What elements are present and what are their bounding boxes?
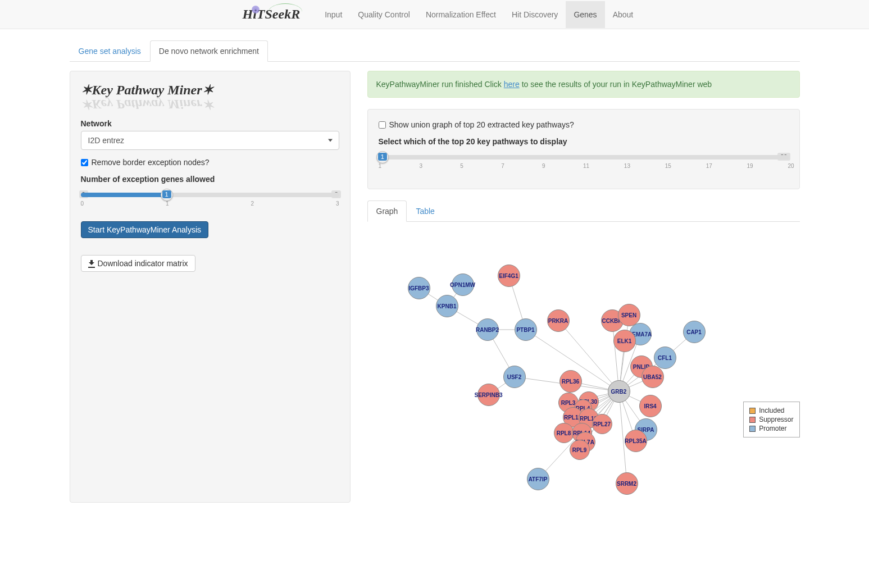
node-serpinb3[interactable]: SERPINB3: [477, 384, 500, 406]
nav-genes[interactable]: Genes: [566, 1, 604, 28]
tab-gene-set-analysis[interactable]: Gene set analysis: [70, 40, 150, 62]
node-elk1[interactable]: ELK1: [613, 330, 636, 352]
node-prkra[interactable]: PRKRA: [547, 309, 570, 332]
node-rpl8[interactable]: RPL8: [554, 423, 574, 443]
nav-normalization-effect[interactable]: Normalization Effect: [418, 1, 504, 28]
nav-input[interactable]: Input: [317, 1, 350, 28]
node-rpl35a[interactable]: RPL35A: [625, 430, 647, 452]
graph-legend: Included Suppressor Promoter: [743, 402, 799, 437]
node-srrm2[interactable]: SRRM2: [616, 472, 638, 495]
remove-border-checkbox[interactable]: [81, 159, 88, 166]
node-cfl1[interactable]: CFL1: [654, 347, 676, 369]
tab-table[interactable]: Table: [407, 200, 443, 222]
network-label: Network: [81, 119, 339, 128]
network-graph[interactable]: Included Suppressor Promoter IGFBP3OPN1M…: [367, 222, 800, 503]
nav-quality-control[interactable]: Quality Control: [350, 1, 418, 28]
sub-tabs: Gene set analysis De novo network enrich…: [70, 40, 800, 62]
nav-about[interactable]: About: [605, 1, 641, 28]
kpm-config-panel: ✶Key Pathway Miner✶ ✶Key Pathway Miner✶ …: [70, 71, 351, 503]
node-rpl36[interactable]: RPL36: [559, 370, 582, 393]
node-kpnb1[interactable]: KPNB1: [436, 295, 458, 317]
nav-items: InputQuality ControlNormalization Effect…: [317, 1, 641, 28]
pathway-display-panel: Show union graph of top 20 extracted key…: [367, 109, 800, 189]
navbar: HiTSeekR InputQuality ControlNormalizati…: [0, 0, 869, 29]
logo[interactable]: HiTSeekR: [243, 7, 301, 22]
alert-link[interactable]: here: [504, 80, 520, 89]
pathway-select-label: Select which of the top 20 key pathways …: [379, 137, 789, 146]
node-grb2[interactable]: GRB2: [608, 380, 630, 403]
node-eif4g1[interactable]: EIF4G1: [498, 265, 520, 287]
exception-genes-label: Number of exception genes allowed: [81, 175, 339, 184]
remove-border-label: Remove border exception nodes?: [92, 158, 210, 167]
show-union-checkbox[interactable]: [379, 121, 386, 129]
node-ptbp1[interactable]: PTBP1: [515, 318, 537, 341]
network-select[interactable]: I2D entrez: [81, 131, 339, 150]
show-union-label: Show union graph of top 20 extracted key…: [389, 120, 574, 129]
alert-success: KeyPathwayMiner run finished Click here …: [367, 71, 800, 98]
kpm-title: ✶Key Pathway Miner✶: [81, 82, 339, 98]
start-analysis-button[interactable]: Start KeyPathwayMiner Analysis: [81, 221, 209, 238]
node-usf2[interactable]: USF2: [503, 366, 526, 388]
download-icon: [88, 260, 95, 267]
node-irs4[interactable]: IRS4: [639, 395, 662, 417]
exception-slider[interactable]: 0 1 3 0123: [81, 193, 339, 207]
nav-hit-discovery[interactable]: Hit Discovery: [504, 1, 566, 28]
node-uba52[interactable]: UBA52: [641, 366, 664, 388]
node-rpl27[interactable]: RPL27: [592, 414, 612, 434]
node-igfbp3[interactable]: IGFBP3: [408, 277, 430, 299]
node-rpl9[interactable]: RPL9: [570, 440, 590, 460]
graph-tabs: Graph Table: [367, 200, 800, 222]
pathway-slider[interactable]: 1 20 13579111315171920: [379, 155, 789, 169]
node-ranbp2[interactable]: RANBP2: [476, 318, 499, 341]
node-opn1mw[interactable]: OPN1MW: [452, 274, 474, 296]
tab-graph[interactable]: Graph: [367, 200, 407, 222]
node-cap1[interactable]: CAP1: [683, 321, 706, 343]
download-indicator-matrix-button[interactable]: Download indicator matrix: [81, 255, 195, 272]
node-atf7ip[interactable]: ATF7IP: [527, 468, 549, 490]
tab-de-novo-network-enrichment[interactable]: De novo network enrichment: [150, 40, 268, 62]
